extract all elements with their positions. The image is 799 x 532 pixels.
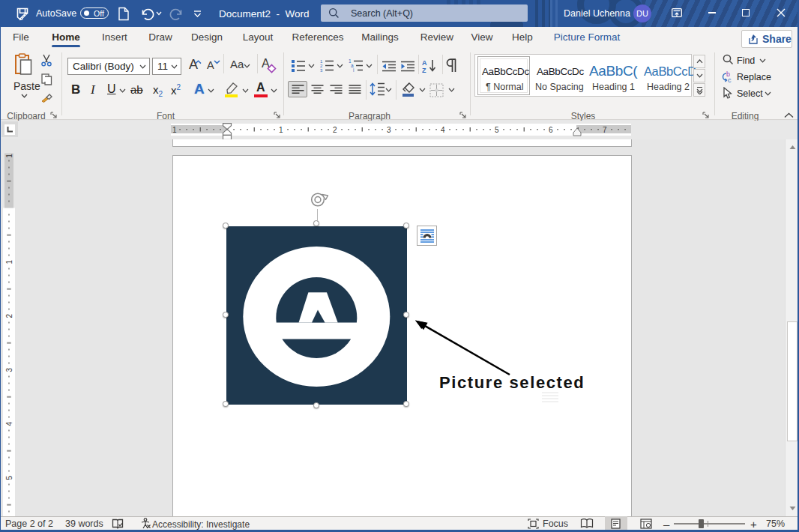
svg-text:1: 1 bbox=[279, 126, 283, 134]
svg-text:3: 3 bbox=[320, 68, 323, 73]
svg-text:4: 4 bbox=[441, 126, 445, 134]
svg-text:A: A bbox=[422, 59, 427, 67]
svg-text:3: 3 bbox=[387, 126, 391, 134]
svg-text:5: 5 bbox=[5, 475, 13, 480]
svg-text:c: c bbox=[728, 76, 732, 83]
svg-text:i: i bbox=[353, 67, 354, 73]
svg-text:6: 6 bbox=[549, 126, 553, 134]
svg-text:1: 1 bbox=[172, 126, 177, 134]
svg-text:3: 3 bbox=[5, 367, 13, 372]
svg-text:7: 7 bbox=[603, 126, 607, 134]
svg-text:1: 1 bbox=[5, 154, 13, 158]
svg-text:Z: Z bbox=[422, 67, 426, 73]
svg-text:4: 4 bbox=[5, 421, 13, 426]
svg-text:2: 2 bbox=[5, 313, 13, 318]
svg-text:1: 1 bbox=[5, 259, 13, 264]
svg-text:5: 5 bbox=[495, 126, 499, 134]
svg-text:2: 2 bbox=[333, 126, 337, 134]
